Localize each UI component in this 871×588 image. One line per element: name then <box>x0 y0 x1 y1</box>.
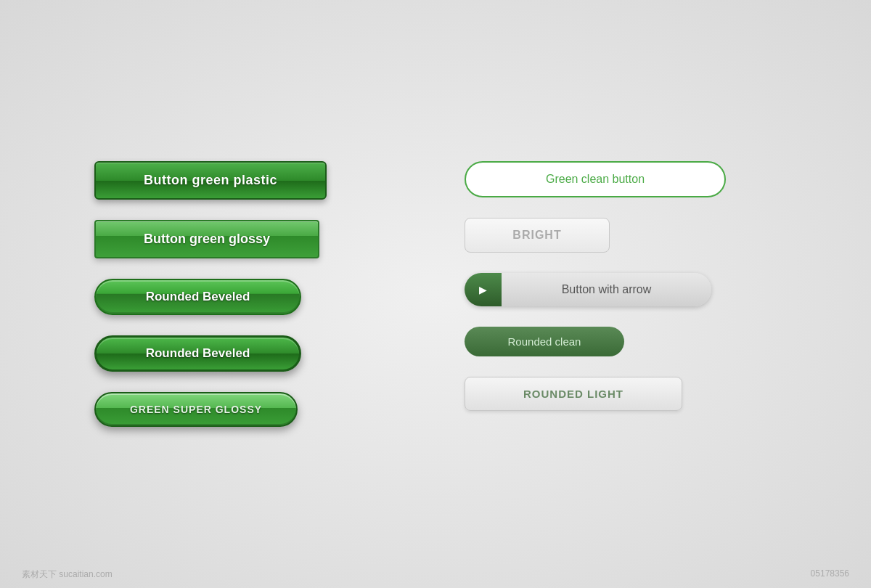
watermark: 素材天下 sucaitian.com 05178356 <box>0 568 871 581</box>
arrow-icon: ▶ <box>465 273 502 306</box>
main-container: Button green plastic Button green glossy… <box>36 132 835 456</box>
button-rounded-light[interactable]: ROUNDED LIGHT <box>465 377 682 411</box>
watermark-right: 05178356 <box>811 568 849 581</box>
button-with-arrow-label: Button with arrow <box>502 273 711 306</box>
button-rounded-beveled-2[interactable]: Rounded Beveled <box>94 335 301 372</box>
left-column: Button green plastic Button green glossy… <box>94 161 406 427</box>
button-rounded-beveled-1[interactable]: Rounded Beveled <box>94 279 301 315</box>
button-green-super-glossy[interactable]: GREEN SUPER GLOSSY <box>94 392 298 427</box>
button-rounded-clean[interactable]: Rounded clean <box>465 327 624 356</box>
button-with-arrow[interactable]: ▶ Button with arrow <box>465 273 711 306</box>
watermark-left: 素材天下 sucaitian.com <box>22 568 113 581</box>
button-green-plastic[interactable]: Button green plastic <box>94 161 327 200</box>
button-green-glossy[interactable]: Button green glossy <box>94 220 319 258</box>
button-bright[interactable]: BRIGHT <box>465 218 610 253</box>
right-column: Green clean button BRIGHT ▶ Button with … <box>465 161 777 427</box>
button-green-clean[interactable]: Green clean button <box>465 161 726 197</box>
